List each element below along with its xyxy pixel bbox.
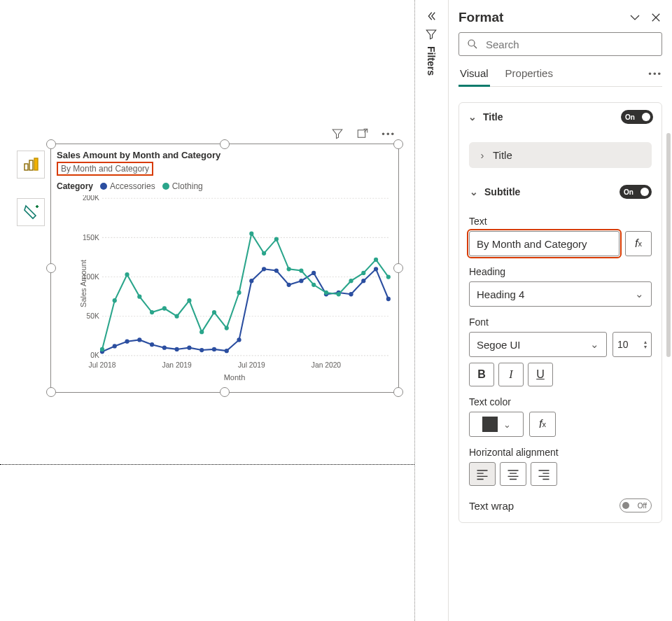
subtitle-text-label: Text [469,216,652,227]
resize-handle[interactable] [393,263,403,273]
search-box[interactable] [458,32,662,56]
x-axis-label: Month [76,373,393,382]
svg-point-66 [468,40,475,46]
format-cards-scroll[interactable]: ⌄ Title On › Title ⌄ Subtitle [449,87,672,621]
svg-point-63 [361,271,365,275]
focus-mode-icon[interactable] [356,127,369,140]
bold-button[interactable]: B [469,363,494,386]
alignment-buttons [469,462,652,486]
svg-point-32 [274,268,279,272]
text-color-picker[interactable]: ⌄ [469,412,524,437]
legend-text: Clothing [172,181,203,191]
subtitle-font-select[interactable]: Segoe UI ⌄ [469,332,607,357]
tab-visual[interactable]: Visual [458,67,490,87]
color-swatch [482,417,498,432]
title-subcard: › Title [469,142,652,168]
legend-item: Accessories [100,181,155,191]
chevron-down-icon: ⌄ [468,111,477,123]
svg-point-61 [337,292,341,296]
subtitle-toggle[interactable]: On [620,185,652,199]
svg-point-22 [150,342,154,347]
resize-handle[interactable] [393,387,403,397]
subtitle-heading-select[interactable]: Heading 4 ⌄ [469,281,652,307]
pane-tabs: Visual Properties ••• [458,67,662,87]
more-options-icon[interactable]: ••• [382,129,396,139]
align-right-button[interactable] [531,462,557,486]
search-icon [466,38,479,50]
text-wrap-toggle[interactable]: Off [620,498,652,512]
svg-point-52 [225,326,229,330]
add-visual-button[interactable] [17,151,45,179]
tab-more-icon[interactable]: ••• [648,69,662,85]
subtitle-text-input[interactable]: By Month and Category [469,231,620,256]
subtitle-text-fx-button[interactable]: fx [625,231,652,256]
format-visual-button[interactable] [17,198,45,226]
subtitle-card-header[interactable]: ⌄ Subtitle On [469,178,652,206]
align-left-button[interactable] [469,462,496,486]
title-card-label: Title [483,111,503,123]
subtitle-card-label: Subtitle [484,186,520,197]
svg-point-25 [187,346,191,350]
resize-handle[interactable] [220,139,230,149]
svg-point-65 [386,274,391,279]
scrollbar[interactable] [666,133,671,357]
legend-swatch [162,183,169,190]
svg-point-33 [287,283,291,287]
svg-point-26 [200,348,204,352]
title-subcard-header[interactable]: › Title [469,142,652,168]
svg-rect-2 [34,158,38,170]
chevron-down-icon: ⌄ [635,288,644,300]
title-card: ⌄ Title On › Title ⌄ Subtitle [458,102,662,523]
resize-handle[interactable] [46,387,56,397]
svg-point-38 [349,292,353,296]
chart-legend: Category Accessories Clothing [57,181,393,191]
title-toggle[interactable]: On [621,110,653,124]
close-pane-icon[interactable] [650,11,662,24]
italic-button[interactable]: I [498,363,524,386]
filter-icon [425,28,438,41]
font-style-buttons: B I U [469,363,652,386]
resize-handle[interactable] [46,263,56,273]
svg-text:0K: 0K [90,351,99,359]
svg-point-28 [225,349,229,353]
expand-pane-icon [425,10,438,22]
svg-text:Jan 2020: Jan 2020 [312,361,341,369]
svg-text:150K: 150K [83,233,99,241]
legend-text: Accessories [110,181,155,191]
svg-rect-1 [29,160,33,170]
y-axis-label: Sales Amount [79,260,88,307]
chevron-down-icon: ⌄ [469,186,479,197]
svg-point-27 [212,347,216,351]
chart-subtitle: By Month and Category [57,162,153,176]
underline-button[interactable]: U [528,363,553,386]
visual-header-icons: ••• [331,127,396,140]
title-card-header[interactable]: ⌄ Title On [459,103,662,131]
align-center-button[interactable] [500,462,526,486]
svg-point-57 [287,267,291,271]
svg-point-60 [324,291,328,295]
resize-handle[interactable] [393,139,403,149]
search-input[interactable] [486,39,654,50]
svg-point-21 [137,337,141,342]
collapse-pane-icon[interactable] [629,11,641,24]
stepper-arrows-icon: ▴▾ [644,340,647,349]
filters-pane-collapsed[interactable]: Filters [419,10,444,76]
bar-chart-icon [22,156,39,173]
svg-point-56 [274,237,279,241]
filter-icon[interactable] [331,127,344,140]
svg-point-58 [299,268,303,272]
text-color-fx-button[interactable]: fx [529,412,556,437]
paintbrush-plus-icon [22,204,39,221]
chart-visual[interactable]: ••• Sales Amount by Month and Category B… [50,144,399,393]
svg-point-41 [386,297,391,301]
tab-properties[interactable]: Properties [504,67,554,87]
resize-handle[interactable] [220,387,230,397]
report-canvas: ••• Sales Amount by Month and Category B… [0,0,414,621]
chevron-right-icon: › [477,149,487,161]
svg-point-24 [175,347,179,351]
resize-handle[interactable] [46,139,56,149]
svg-text:Jul 2019: Jul 2019 [238,361,265,369]
subtitle-fontsize-stepper[interactable]: 10 ▴▾ [612,332,652,357]
pane-divider [414,0,415,621]
svg-point-48 [175,314,179,319]
